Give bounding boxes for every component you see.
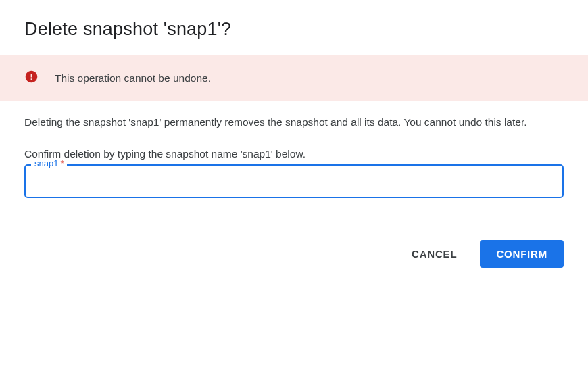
warning-banner: This operation cannot be undone. [0,55,588,101]
warning-text: This operation cannot be undone. [55,72,211,85]
required-marker: * [60,158,64,168]
delete-snapshot-dialog: Delete snapshot 'snap1'? This operation … [0,0,588,268]
dialog-actions: Cancel Confirm [0,240,588,268]
cancel-button[interactable]: Cancel [397,240,472,268]
dialog-body: Deleting the snapshot 'snap1' permanentl… [0,114,588,198]
dialog-title: Delete snapshot 'snap1'? [0,0,588,55]
error-icon [24,70,39,87]
field-label-text: snap1 [34,158,58,168]
dialog-instruction: Confirm deletion by typing the snapshot … [24,146,564,162]
dialog-description: Deleting the snapshot 'snap1' permanentl… [24,114,564,131]
confirm-name-input[interactable] [24,164,564,198]
confirm-button[interactable]: Confirm [480,240,564,268]
confirm-name-field: snap1 * [24,164,564,198]
field-label: snap1 * [31,158,67,168]
